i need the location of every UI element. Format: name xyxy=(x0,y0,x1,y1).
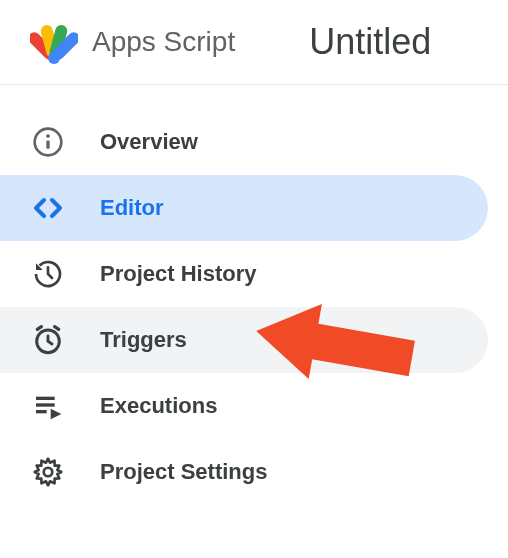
alarm-icon xyxy=(30,322,66,358)
sidebar-item-label: Executions xyxy=(100,393,217,419)
app-title: Apps Script xyxy=(92,26,235,58)
svg-rect-13 xyxy=(36,410,47,413)
svg-point-15 xyxy=(44,468,53,477)
svg-line-9 xyxy=(37,327,41,330)
info-icon xyxy=(30,124,66,160)
svg-marker-16 xyxy=(250,295,419,395)
sidebar-item-label: Triggers xyxy=(100,327,187,353)
project-name[interactable]: Untitled xyxy=(309,21,431,63)
gear-icon xyxy=(30,454,66,490)
sidebar-item-label: Project History xyxy=(100,261,257,287)
sidebar-item-editor[interactable]: Editor xyxy=(0,175,488,241)
playlist-play-icon xyxy=(30,388,66,424)
code-icon xyxy=(30,190,66,226)
sidebar-item-label: Project Settings xyxy=(100,459,267,485)
apps-script-logo xyxy=(30,18,78,66)
sidebar-item-label: Editor xyxy=(100,195,164,221)
sidebar-item-project-settings[interactable]: Project Settings xyxy=(0,439,488,505)
svg-line-10 xyxy=(55,327,59,330)
svg-point-4 xyxy=(48,52,60,64)
history-icon xyxy=(30,256,66,292)
header: Apps Script Untitled xyxy=(0,0,508,85)
sidebar-item-overview[interactable]: Overview xyxy=(0,109,488,175)
svg-marker-14 xyxy=(51,409,62,420)
annotation-arrow xyxy=(245,295,425,399)
svg-rect-11 xyxy=(36,397,55,400)
sidebar-item-label: Overview xyxy=(100,129,198,155)
svg-point-7 xyxy=(46,134,50,138)
svg-rect-12 xyxy=(36,403,55,406)
